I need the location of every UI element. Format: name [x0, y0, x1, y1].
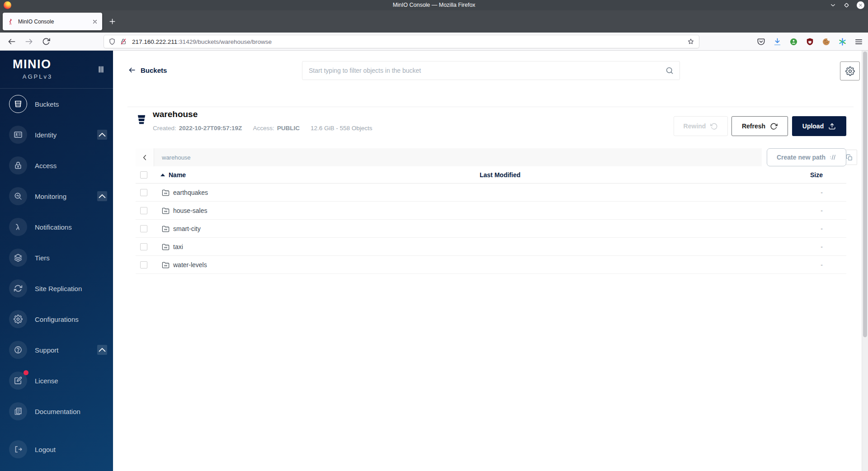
- create-path-button[interactable]: Create new path: [767, 148, 846, 166]
- object-name[interactable]: taxi: [173, 243, 183, 250]
- bookmark-star-icon[interactable]: [687, 38, 694, 45]
- object-name[interactable]: earthquakes: [173, 189, 208, 196]
- cookie-extension-icon[interactable]: [822, 38, 830, 46]
- object-name[interactable]: water-levels: [173, 261, 207, 268]
- menu-icon[interactable]: [854, 38, 863, 46]
- sidebar-item-monitoring[interactable]: Monitoring: [0, 181, 113, 212]
- window-titlebar: MinIO Console — Mozilla Firefox: [0, 0, 868, 10]
- notifications-icon: [14, 222, 23, 231]
- column-last-modified[interactable]: Last Modified: [480, 171, 520, 179]
- breadcrumb-back[interactable]: Buckets: [128, 66, 167, 74]
- sidebar-item-tiers[interactable]: Tiers: [0, 242, 113, 273]
- table-row[interactable]: taxi -: [136, 238, 846, 256]
- sidebar-collapse-button[interactable]: [96, 65, 106, 74]
- sidebar-item-identity[interactable]: Identity: [0, 119, 113, 150]
- table-header: Name Last Modified Size: [136, 170, 846, 184]
- scrollbar-thumb[interactable]: [863, 52, 867, 337]
- table-row[interactable]: water-levels -: [136, 256, 846, 274]
- sidebar-item-support[interactable]: Support: [0, 334, 113, 365]
- url-text: 217.160.222.211:31429/buckets/warehouse/…: [132, 38, 272, 45]
- chevron-up-icon[interactable]: [97, 130, 107, 140]
- ublock-icon[interactable]: [806, 38, 814, 46]
- table-row[interactable]: earthquakes -: [136, 184, 846, 202]
- sidebar-item-configurations[interactable]: Configurations: [0, 304, 113, 334]
- asterisk-extension-icon[interactable]: [838, 38, 847, 46]
- breadcrumb-label[interactable]: Buckets: [141, 66, 167, 74]
- row-checkbox[interactable]: [140, 243, 147, 250]
- refresh-icon: [770, 122, 778, 130]
- folder-icon: [162, 189, 170, 197]
- refresh-button[interactable]: Refresh: [731, 116, 788, 136]
- insecure-lock-icon[interactable]: [120, 38, 127, 45]
- notification-badge: [24, 370, 28, 375]
- settings-button[interactable]: [840, 61, 860, 80]
- upload-button[interactable]: Upload: [792, 116, 846, 136]
- sidebar: MINIO AGPLv3 Buckets Identity Access Mon…: [0, 51, 113, 471]
- sidebar-item-notifications[interactable]: Notifications: [0, 212, 113, 242]
- sidebar-item-buckets[interactable]: Buckets: [0, 89, 113, 119]
- chevron-up-icon[interactable]: [97, 345, 107, 355]
- rewind-button[interactable]: Rewind: [674, 116, 728, 136]
- tab-bar: MinIO Console: [0, 10, 868, 33]
- row-checkbox[interactable]: [140, 225, 147, 232]
- page-scrollbar[interactable]: [862, 51, 868, 471]
- object-name[interactable]: smart-city: [173, 225, 201, 232]
- object-size: -: [787, 202, 823, 220]
- row-checkbox[interactable]: [140, 261, 147, 268]
- bucket-summary: 12.6 GiB - 558 Objects: [311, 125, 373, 132]
- current-path: warehouse: [162, 154, 191, 161]
- folder-icon: [162, 261, 170, 269]
- search-box: [302, 61, 680, 80]
- browser-toolbar: 217.160.222.211:31429/buckets/warehouse/…: [0, 33, 868, 51]
- sidebar-item-access[interactable]: Access: [0, 150, 113, 181]
- window-controls: [830, 0, 864, 10]
- select-all-checkbox[interactable]: [140, 171, 147, 179]
- license-icon: [14, 376, 23, 385]
- object-name[interactable]: house-sales: [173, 207, 208, 214]
- create-path-icon: [829, 154, 836, 161]
- row-checkbox[interactable]: [140, 207, 147, 214]
- bucket-meta: Created: 2022-10-27T09:57:19Z Access: PU…: [153, 125, 372, 132]
- content-divider: [127, 107, 854, 107]
- objects-table: Name Last Modified Size earthquakes - ho…: [136, 170, 846, 274]
- reload-button[interactable]: [42, 37, 51, 46]
- path-back-button[interactable]: [136, 148, 154, 166]
- folder-icon: [162, 243, 170, 251]
- url-bar[interactable]: 217.160.222.211:31429/buckets/warehouse/…: [104, 35, 699, 48]
- rewind-label: Rewind: [684, 122, 706, 130]
- buckets-icon: [14, 99, 23, 108]
- downloads-icon[interactable]: [773, 38, 782, 46]
- upload-icon: [828, 122, 836, 130]
- chevron-up-icon[interactable]: [97, 191, 107, 201]
- monitoring-icon: [14, 192, 23, 201]
- column-size[interactable]: Size: [787, 171, 823, 179]
- sidebar-item-license[interactable]: License: [0, 365, 113, 396]
- sidebar-item-documentation[interactable]: Documentation: [0, 396, 113, 427]
- access-icon: [14, 161, 23, 170]
- column-name[interactable]: Name: [160, 171, 186, 179]
- tiers-icon: [14, 253, 23, 262]
- close-icon[interactable]: [857, 1, 864, 9]
- table-row[interactable]: smart-city -: [136, 220, 846, 238]
- privacy-extension-icon[interactable]: [789, 38, 798, 46]
- table-row[interactable]: house-sales -: [136, 202, 846, 220]
- toolbar-extensions: [757, 33, 863, 51]
- back-button[interactable]: [7, 37, 16, 46]
- forward-button[interactable]: [24, 37, 33, 46]
- browser-tab[interactable]: MinIO Console: [3, 13, 102, 30]
- copy-icon: [846, 154, 853, 161]
- pocket-icon[interactable]: [757, 38, 765, 46]
- tracking-shield-icon[interactable]: [108, 38, 116, 45]
- sidebar-item-logout[interactable]: Logout: [0, 434, 113, 465]
- create-path-label: Create new path: [777, 154, 826, 161]
- tab-close-icon[interactable]: [92, 19, 98, 25]
- filter-objects-input[interactable]: [302, 67, 665, 74]
- maximize-icon[interactable]: [843, 2, 850, 9]
- created-value: 2022-10-27T09:57:19Z: [179, 125, 242, 132]
- new-tab-button[interactable]: [108, 18, 116, 25]
- upload-label: Upload: [802, 122, 824, 130]
- row-checkbox[interactable]: [140, 189, 147, 196]
- chevron-left-icon: [141, 154, 149, 161]
- sidebar-item-site-replication[interactable]: Site Replication: [0, 273, 113, 304]
- minimize-icon[interactable]: [830, 2, 836, 9]
